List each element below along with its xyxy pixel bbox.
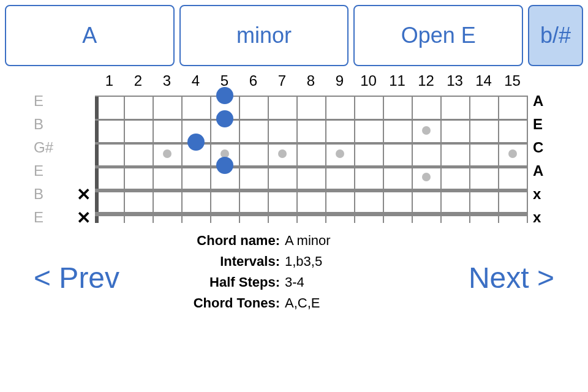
- fret-number: 13: [440, 72, 469, 89]
- chord-name-label: Chord name:: [162, 230, 285, 251]
- string-label-note: x: [533, 183, 543, 206]
- fret-inlay: [508, 149, 517, 158]
- chord-tones-line: Chord Tones: A,C,E: [162, 293, 331, 314]
- fret-number: 10: [354, 72, 383, 89]
- fret-inlay: [163, 149, 172, 158]
- fret-number: 11: [383, 72, 412, 89]
- string-label-open: G#: [34, 136, 53, 159]
- half-steps-label: Half Steps:: [162, 272, 285, 293]
- string-label-open: E: [34, 159, 53, 183]
- finger-dot: [187, 134, 205, 151]
- chord-tones-label: Chord Tones:: [162, 293, 285, 314]
- fret-inlay: [422, 173, 431, 181]
- fret-number: 4: [181, 72, 210, 89]
- string-label-note: A: [533, 89, 543, 113]
- finger-dot: [216, 110, 233, 127]
- string-label-note: C: [533, 136, 543, 159]
- string-label-open: E: [34, 206, 53, 229]
- fret-numbers: 123456789101112131415: [95, 72, 527, 89]
- chord-name-line: Chord name: A minor: [162, 230, 331, 251]
- intervals-label: Intervals:: [162, 251, 285, 272]
- string-label-note: A: [533, 159, 543, 183]
- fret-number: 14: [469, 72, 498, 89]
- fret-number: 8: [296, 72, 325, 89]
- fret-number: 12: [412, 72, 440, 89]
- fret-number: 2: [124, 72, 153, 89]
- fret-number: 7: [268, 72, 296, 89]
- fret-inlay: [278, 149, 287, 158]
- fret-inlay: [422, 126, 431, 135]
- finger-dot: [216, 87, 233, 104]
- chord-tones-value: A,C,E: [285, 293, 320, 314]
- fret-number: 3: [153, 72, 181, 89]
- fretboard: [95, 96, 527, 223]
- fret-number: 1: [95, 72, 124, 89]
- tuning-selector[interactable]: Open E: [353, 5, 523, 66]
- string-label-open: B: [34, 183, 53, 206]
- string-label-open: B: [34, 113, 53, 136]
- quality-selector[interactable]: minor: [179, 5, 349, 66]
- half-steps-value: 3-4: [285, 272, 304, 293]
- fret-inlay: [336, 149, 344, 158]
- mute-mark: ✕: [77, 206, 91, 229]
- string-label-open: E: [34, 89, 53, 113]
- fret-number: 15: [498, 72, 527, 89]
- finger-dot: [216, 157, 233, 174]
- prev-button[interactable]: < Prev: [34, 261, 119, 295]
- string-labels-right: AECAxx: [533, 89, 543, 229]
- half-steps-line: Half Steps: 3-4: [162, 272, 331, 293]
- top-selectors: A minor Open E b/#: [0, 0, 588, 71]
- info-lines: Chord name: A minor Intervals: 1,b3,5 Ha…: [162, 230, 331, 314]
- chord-name-value: A minor: [285, 230, 331, 251]
- string-label-note: x: [533, 206, 543, 229]
- root-selector[interactable]: A: [5, 5, 175, 66]
- intervals-line: Intervals: 1,b3,5: [162, 251, 331, 272]
- next-button[interactable]: Next >: [469, 261, 554, 295]
- accidental-toggle[interactable]: b/#: [528, 5, 583, 66]
- intervals-value: 1,b3,5: [285, 251, 322, 272]
- mute-mark: ✕: [77, 183, 91, 206]
- string-labels-left: EBG#EBE: [34, 89, 53, 229]
- string-label-note: E: [533, 113, 543, 136]
- fret-number: 6: [239, 72, 268, 89]
- fret-number: 9: [325, 72, 354, 89]
